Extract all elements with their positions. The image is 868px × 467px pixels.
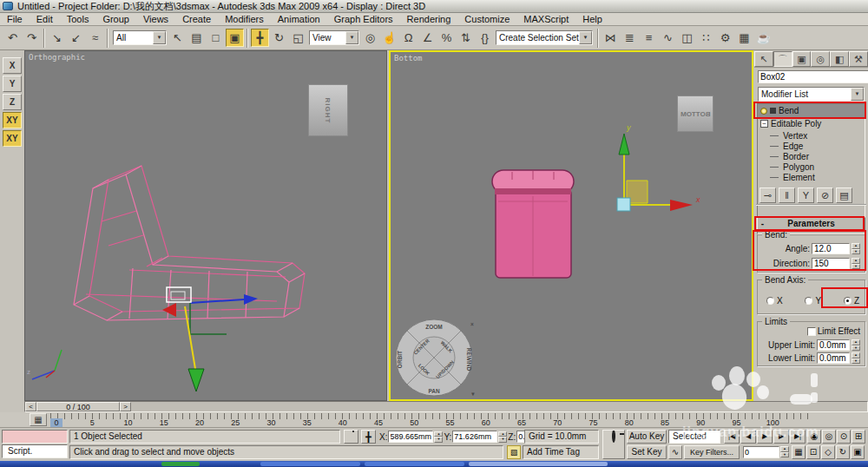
limit-effect-checkbox[interactable] <box>807 327 816 336</box>
taskbar-item[interactable] <box>469 462 608 466</box>
next-frame-button[interactable]: ▶ <box>773 430 789 444</box>
axis-z-radio[interactable]: Z <box>844 296 859 306</box>
restrict-z-button[interactable]: Z <box>3 94 22 110</box>
upper-limit-spinner[interactable] <box>852 339 860 351</box>
viewport-orthographic[interactable]: Orthographic RIGHT <box>24 50 387 401</box>
show-end-result-icon[interactable]: ‖ <box>779 187 795 203</box>
undo-icon[interactable]: ↶ <box>3 29 22 47</box>
menu-item[interactable]: Tools <box>60 14 96 24</box>
shaded-box-object[interactable] <box>492 170 574 278</box>
default-tangents-icon[interactable]: ∿ <box>668 445 682 459</box>
restrict-xy-button[interactable]: XY <box>3 112 22 128</box>
upper-limit-field[interactable] <box>817 339 850 351</box>
steering-wheel[interactable]: ZOOM PAN ORBIT REWIND CENTER WALK LOOK U… <box>392 318 483 399</box>
menu-item[interactable]: File <box>0 14 30 24</box>
key-filters-button[interactable]: Key Filters... <box>684 445 740 459</box>
taskbar-item[interactable] <box>365 462 464 466</box>
current-frame-field[interactable] <box>743 446 779 458</box>
angle-snap-icon[interactable]: ∠ <box>418 29 437 47</box>
y-coord-spinner[interactable] <box>498 431 507 443</box>
unlink-selection-icon[interactable]: ↙ <box>67 29 85 47</box>
percent-snap-icon[interactable]: % <box>437 29 456 47</box>
open-mini-curve-editor-icon[interactable]: ▦ <box>30 413 47 426</box>
stack-subobject-item[interactable]: Edge <box>758 141 865 151</box>
zoom-all-button[interactable]: ◎ <box>822 430 836 444</box>
taskbar-item[interactable] <box>260 462 360 466</box>
make-unique-icon[interactable]: Y <box>798 187 814 203</box>
rectangular-selection-region-icon[interactable]: □ <box>207 29 225 47</box>
menu-item[interactable]: Views <box>136 14 175 24</box>
orbit-button[interactable]: ↻ <box>836 445 850 459</box>
stack-item-bend[interactable]: Bend <box>758 104 865 117</box>
parameters-rollout-header[interactable]: - Parameters <box>757 217 865 230</box>
maxscript-mini-listener[interactable]: Script. <box>2 444 68 458</box>
viewport-bottom[interactable]: Bottom BOTTOM y <box>389 50 753 401</box>
rendered-frame-window-icon[interactable]: ▦ <box>735 29 753 47</box>
time-configuration-button[interactable]: ▦ <box>792 445 806 459</box>
select-and-manipulate-icon[interactable]: ☝ <box>380 29 398 47</box>
menu-item[interactable]: Customize <box>457 14 516 24</box>
zoom-button[interactable]: ◉ <box>807 430 821 444</box>
modify-tab[interactable]: ⌒ <box>773 51 792 67</box>
schematic-view-icon[interactable]: ◫ <box>678 29 696 47</box>
hierarchy-tab[interactable]: ▣ <box>792 51 812 67</box>
render-setup-icon[interactable]: ⚙ <box>716 29 734 47</box>
stack-subobject-item[interactable]: Element <box>758 172 865 182</box>
stack-subobject-item[interactable]: Vertex <box>758 130 865 141</box>
align-icon[interactable]: ≣ <box>621 29 639 47</box>
go-to-end-button[interactable]: ▶| <box>790 430 806 444</box>
menu-item[interactable]: Graph Editors <box>327 14 400 24</box>
edit-named-selection-sets-icon[interactable]: {} <box>476 29 494 47</box>
maxscript-mini-listener-macro[interactable] <box>2 430 68 444</box>
region-zoom-button[interactable]: ⊡ <box>806 445 820 459</box>
absolute-mode-button[interactable]: ╋ <box>361 430 376 444</box>
bind-to-space-warp-icon[interactable]: ≈ <box>86 29 104 47</box>
taskbar-item[interactable] <box>161 462 200 466</box>
reference-coordinate-dropdown[interactable]: View <box>309 30 359 45</box>
add-time-tag[interactable]: Add Time Tag <box>523 445 599 459</box>
direction-field[interactable] <box>812 258 850 269</box>
viewcube[interactable]: BOTTOM <box>677 95 713 132</box>
play-button[interactable]: ▶ <box>757 430 773 444</box>
maximize-viewport-button[interactable]: ▣ <box>851 445 865 459</box>
frame-spinner[interactable] <box>780 446 789 457</box>
lower-limit-field[interactable] <box>817 352 850 364</box>
utilities-tab[interactable]: ⚒ <box>849 51 868 67</box>
redo-icon[interactable]: ↷ <box>23 29 41 47</box>
time-tag-cube-icon[interactable]: ▧ <box>507 445 521 459</box>
rollout-collapse-icon[interactable]: - <box>758 219 767 228</box>
restrict-xy-flyout-button[interactable]: XY <box>3 130 22 147</box>
axis-y-radio[interactable]: Y <box>805 296 821 306</box>
pan-button[interactable]: ◇ <box>821 445 835 459</box>
y-coord-field[interactable] <box>452 431 497 443</box>
select-and-rotate-icon[interactable]: ↻ <box>270 29 288 47</box>
select-and-link-icon[interactable]: ↘ <box>48 29 66 47</box>
select-by-name-icon[interactable]: ▤ <box>187 29 206 47</box>
auto-key-button[interactable]: Auto Key <box>627 430 667 444</box>
viewport-label[interactable]: Orthographic <box>29 53 85 62</box>
menu-item[interactable]: Create <box>175 14 218 24</box>
stack-subobject-item[interactable]: Polygon <box>758 161 865 172</box>
selected-dropdown[interactable]: Selected <box>668 430 720 444</box>
stack-item-editable-poly[interactable]: − Editable Poly <box>758 117 865 130</box>
time-slider[interactable]: < 0 / 100 > <box>24 401 868 412</box>
viewcube[interactable]: RIGHT <box>308 84 348 136</box>
menu-item[interactable]: Group <box>95 14 136 24</box>
curve-editor-icon[interactable]: ∿ <box>659 29 677 47</box>
menu-item[interactable]: Modifiers <box>218 14 271 24</box>
menu-item[interactable]: MAXScript <box>516 14 575 24</box>
go-to-start-button[interactable]: |◀ <box>724 430 740 444</box>
remove-modifier-icon[interactable]: ⊘ <box>817 187 833 203</box>
angle-field[interactable] <box>812 243 850 254</box>
set-key-button[interactable]: Set Key <box>627 445 667 459</box>
select-object-icon[interactable]: ↖ <box>168 29 187 47</box>
window-crossing-icon[interactable]: ▣ <box>226 29 244 47</box>
track-bar[interactable]: ▦ 05101520253035404550556065707580859095… <box>0 412 868 428</box>
lower-limit-spinner[interactable] <box>852 352 860 364</box>
material-editor-icon[interactable]: ∷ <box>697 29 715 47</box>
restrict-y-button[interactable]: Y <box>3 76 22 92</box>
object-name-field[interactable] <box>758 70 868 83</box>
layer-manager-icon[interactable]: ≡ <box>640 29 658 47</box>
quick-render-icon[interactable]: ☕ <box>754 29 773 47</box>
angle-spinner[interactable] <box>852 243 860 254</box>
